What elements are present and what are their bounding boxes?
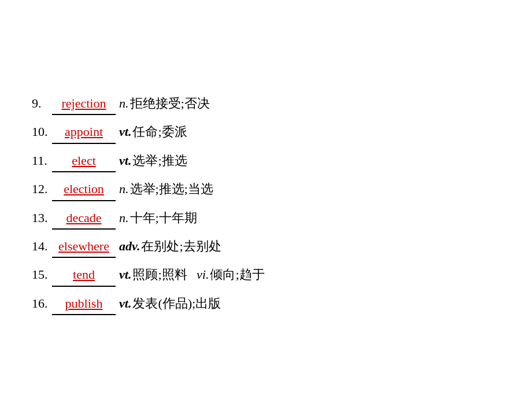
answer-blank: rejection: [52, 93, 116, 115]
definition-text-vi: 倾向;趋于: [210, 264, 264, 285]
definition-text: 选举;推选;当选: [130, 178, 213, 200]
pos-label-vt: vt.: [119, 264, 131, 285]
definition-text: 选举;推选: [132, 150, 187, 171]
item-number: 10.: [32, 121, 52, 142]
item-number: 13.: [32, 207, 52, 228]
answer-text: rejection: [62, 96, 106, 110]
answer-text: elsewhere: [58, 239, 109, 253]
answer-blank: elect: [52, 150, 116, 172]
pos-label-vi: vi.: [197, 264, 209, 285]
definition-text: 任命;委派: [132, 121, 187, 142]
list-item: 16. publish vt. 发表(作品);出版: [32, 293, 532, 315]
list-item: 13. decade n. 十年;十年期: [32, 207, 532, 230]
pos-label: n.: [119, 93, 129, 114]
definition-text: 发表(作品);出版: [132, 293, 221, 314]
list-item: 11. elect vt. 选举;推选: [32, 150, 532, 172]
item-number: 14.: [32, 235, 52, 257]
answer-blank: publish: [52, 293, 116, 315]
answer-blank: election: [52, 178, 116, 201]
answer-text: tend: [73, 267, 95, 282]
item-number: 15.: [32, 264, 52, 285]
answer-text: appoint: [65, 124, 103, 139]
list-item: 10. appoint vt. 任命;委派: [32, 121, 532, 143]
answer-text: election: [64, 182, 104, 196]
pos-label: vt.: [119, 293, 131, 314]
answer-blank: elsewhere: [52, 235, 116, 258]
item-number: 16.: [32, 293, 52, 314]
pos-label: n.: [119, 207, 129, 228]
definition-text: 拒绝接受;否决: [130, 93, 210, 114]
item-number: 12.: [32, 178, 52, 200]
answer-text: decade: [66, 210, 101, 225]
list-item: 15. tend vt. 照顾;照料 vi. 倾向;趋于: [32, 264, 532, 286]
answer-text: publish: [65, 296, 103, 311]
pos-label: vt.: [119, 150, 131, 171]
answer-blank: decade: [52, 207, 116, 230]
answer-text: elect: [72, 153, 96, 168]
item-number: 11.: [32, 150, 52, 171]
pos-label: vt.: [119, 121, 131, 142]
list-item: 12. election n. 选举;推选;当选: [32, 178, 532, 201]
answer-blank: tend: [52, 264, 116, 286]
definition-text-vt: 照顾;照料: [132, 264, 197, 285]
list-item: 14. elsewhere adv. 在别处;去别处: [32, 235, 532, 258]
pos-label: adv.: [119, 235, 140, 257]
definition-text: 在别处;去别处: [141, 235, 221, 257]
item-number: 9.: [32, 93, 52, 114]
vocab-list: 9. rejection n. 拒绝接受;否决 10. appoint vt. …: [0, 0, 532, 315]
pos-label: n.: [119, 178, 129, 200]
list-item: 9. rejection n. 拒绝接受;否决: [32, 93, 532, 115]
answer-blank: appoint: [52, 121, 116, 143]
definition-text: 十年;十年期: [130, 207, 197, 228]
